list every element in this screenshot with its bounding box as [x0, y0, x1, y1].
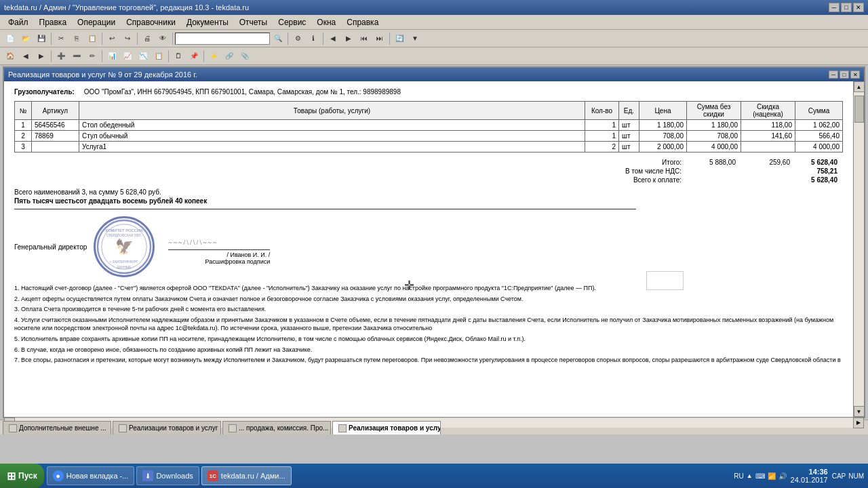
menu-operations[interactable]: Операции: [72, 16, 121, 28]
table-row: 2 78869 Стул обычный 1 шт 708,00 708,00 …: [15, 131, 843, 142]
scrollbar-vertical[interactable]: ▲ ▼: [853, 81, 864, 417]
scroll-track[interactable]: [854, 92, 864, 406]
col-article: Артикул: [32, 102, 79, 120]
app-title: tekdata.ru / Админ / "Управление торговл…: [4, 3, 249, 12]
downloads-icon: ⬇: [142, 470, 153, 481]
tb2-back[interactable]: ◀: [18, 49, 33, 64]
tb2-home[interactable]: 🏠: [3, 49, 18, 64]
tab-2[interactable]: ... продажа, комиссия. Про...: [222, 421, 331, 434]
svg-text:КОМИТЕТ РОССИЯ: КОМИТЕТ РОССИЯ: [106, 228, 143, 232]
tb2-b1[interactable]: 📊: [104, 49, 119, 64]
tb2-remove[interactable]: ➖: [69, 49, 84, 64]
title-bar: tekdata.ru / Админ / "Управление торговл…: [0, 0, 868, 15]
tb2-edit[interactable]: ✏: [85, 49, 100, 64]
windows-icon: ⊞: [7, 470, 16, 483]
tb-redo[interactable]: ↪: [120, 31, 135, 46]
doc-close[interactable]: ✕: [850, 70, 860, 79]
doc-minimize[interactable]: ─: [829, 70, 838, 79]
svg-text:ДАННЫЕ: ДАННЫЕ: [117, 266, 132, 269]
signature-section: Генеральный директор КОМИТЕТ РОССИЯ СВЕР…: [14, 216, 843, 277]
col-unit: Ед.: [619, 102, 639, 120]
tb2-add[interactable]: ➕: [54, 49, 68, 64]
scroll-right[interactable]: ▶: [853, 418, 864, 428]
svg-text:🦅: 🦅: [115, 238, 134, 256]
doc-title-controls: ─ □ ✕: [829, 70, 860, 79]
tb2-b4[interactable]: 📋: [151, 49, 166, 64]
term-item: 1. Настоящий счет-договор (далее - "Счет…: [14, 284, 843, 293]
minimize-button[interactable]: ─: [829, 3, 840, 12]
menu-reports[interactable]: Отчеты: [234, 16, 273, 28]
tb-print[interactable]: 🖨: [140, 31, 155, 46]
main-container: tekdata.ru / Админ / "Управление торговл…: [0, 0, 868, 464]
search-input[interactable]: [175, 33, 270, 45]
cell-article: [32, 142, 79, 152]
menu-edit[interactable]: Правка: [34, 16, 73, 28]
tab-3[interactable]: Реализация товаров и услу...: [332, 421, 441, 434]
taskbar-downloads[interactable]: ⬇ Downloads: [136, 466, 199, 485]
scroll-down[interactable]: ▼: [854, 406, 865, 417]
tb2-b2[interactable]: 📈: [120, 49, 135, 64]
tab-0[interactable]: Дополнительные внешне ...: [3, 421, 111, 434]
tb-preview[interactable]: 👁: [155, 31, 170, 46]
tb-filter[interactable]: ▼: [408, 31, 422, 46]
tb-cut[interactable]: ✂: [54, 31, 68, 46]
tb2-b3[interactable]: 📉: [136, 49, 151, 64]
terms-section: 1. Настоящий счет-договор (далее - "Счет…: [14, 284, 843, 365]
tab-icon-0: [9, 424, 17, 432]
tb-new[interactable]: 📄: [3, 31, 18, 46]
scroll-thumb[interactable]: [854, 96, 864, 123]
cell-article: 78869: [32, 131, 79, 142]
clock-time: 14:36: [791, 468, 828, 476]
tb2-b8[interactable]: 🔗: [222, 49, 237, 64]
tb2-b5[interactable]: 🗒: [171, 49, 186, 64]
tab-1[interactable]: Реализации товаров и услуг: [113, 421, 221, 434]
menu-service[interactable]: Сервис: [273, 16, 311, 28]
tb2-b9[interactable]: 📎: [237, 49, 252, 64]
taskbar-chrome[interactable]: ● Новая вкладка -...: [47, 466, 135, 485]
cap-indicator: CAP: [832, 472, 846, 480]
term-item: 4. Услуги считаются оказанными Исполните…: [14, 316, 843, 333]
tb-settings[interactable]: ⚙: [290, 31, 305, 46]
tb-separator-4: [172, 33, 173, 45]
tb-extra1[interactable]: ◀: [326, 31, 340, 46]
menu-help[interactable]: Справка: [341, 16, 384, 28]
tray-arrow[interactable]: ▲: [747, 472, 753, 479]
tb-copy[interactable]: ⎘: [69, 31, 84, 46]
title-bar-controls: ─ □ ✕: [829, 3, 864, 12]
cell-sum: 1 062,00: [795, 120, 843, 131]
taskbar-downloads-label: Downloads: [156, 472, 193, 480]
taskbar: ⊞ Пуск ● Новая вкладка -... ⬇ Downloads …: [0, 464, 868, 488]
doc-maximize[interactable]: □: [840, 70, 849, 79]
tb-undo[interactable]: ↩: [104, 31, 119, 46]
num-indicator: NUM: [848, 472, 864, 480]
clock: 14:36 24.01.2017: [791, 468, 828, 484]
tb-save[interactable]: 💾: [34, 31, 49, 46]
tb2-b6[interactable]: 📌: [186, 49, 201, 64]
scroll-up[interactable]: ▲: [854, 81, 865, 92]
tb-search[interactable]: 🔍: [271, 31, 285, 46]
tb2-b7[interactable]: ⚡: [206, 49, 221, 64]
tb-extra3[interactable]: ⏮: [357, 31, 372, 46]
tb-refresh[interactable]: 🔄: [392, 31, 407, 46]
maximize-button[interactable]: □: [841, 3, 852, 12]
menu-file[interactable]: Файл: [3, 16, 34, 28]
tb-extra4[interactable]: ⏭: [372, 31, 387, 46]
tab-icon-1: [119, 424, 127, 432]
sys-tray: RU ▲ ⌨ 📶 🔊: [734, 472, 786, 480]
tb-paste[interactable]: 📋: [85, 31, 100, 46]
summary-line2: Пять тысяч шестьсот двадцать восемь рубл…: [14, 197, 843, 205]
start-button[interactable]: ⊞ Пуск: [0, 464, 44, 488]
menu-references[interactable]: Справочники: [121, 16, 181, 28]
cell-name: Услуга1: [79, 142, 585, 152]
tb-extra2[interactable]: ▶: [341, 31, 356, 46]
tb-info[interactable]: ℹ: [306, 31, 321, 46]
menu-windows[interactable]: Окна: [311, 16, 341, 28]
tb-open[interactable]: 📂: [18, 31, 33, 46]
taskbar-1c[interactable]: 1С tekdata.ru / Адми...: [201, 466, 292, 485]
close-button[interactable]: ✕: [853, 3, 864, 12]
col-sum: Сумма: [795, 102, 843, 120]
cell-unit: шт: [619, 131, 639, 142]
tb2-sep-2: [102, 50, 102, 62]
tb2-fwd[interactable]: ▶: [34, 49, 49, 64]
menu-documents[interactable]: Документы: [181, 16, 234, 28]
